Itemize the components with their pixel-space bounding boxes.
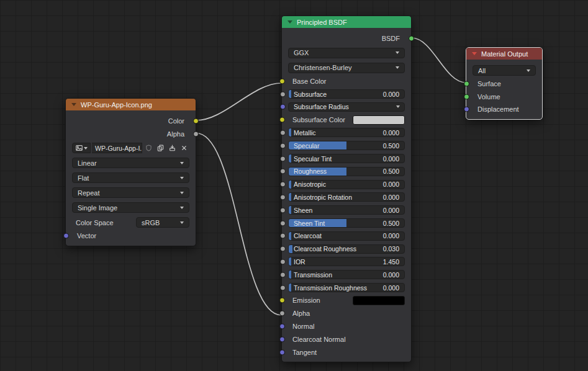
slider-fill bbox=[289, 206, 291, 214]
principled-row-transmission[interactable]: Transmission0.000 bbox=[288, 270, 405, 279]
principled-row-clearcoat-roughness[interactable]: Clearcoat Roughness0.030 bbox=[288, 244, 405, 254]
collapse-arrow-icon[interactable] bbox=[71, 103, 76, 106]
material-output-node[interactable]: Material Output All Surface Volume Displ… bbox=[466, 47, 543, 120]
principled-row-emission[interactable]: Emission bbox=[288, 296, 405, 305]
projection-select[interactable]: Flat bbox=[72, 172, 189, 183]
collapse-arrow-icon[interactable] bbox=[287, 20, 292, 24]
slider-label: Sheen Tint bbox=[294, 220, 325, 227]
normal-input-socket[interactable] bbox=[279, 323, 285, 329]
output-node-header[interactable]: Material Output bbox=[466, 48, 542, 60]
clearcoat-normal-input-socket[interactable] bbox=[279, 336, 285, 342]
slider-value: 0.500 bbox=[383, 220, 399, 227]
principled-row-specular[interactable]: Specular0.500 bbox=[288, 141, 405, 150]
transmission-input-socket[interactable] bbox=[280, 272, 286, 277]
row-label: Subsurface Color bbox=[292, 116, 345, 123]
subsurface-radius-input-socket[interactable] bbox=[280, 104, 286, 110]
bsdf-output-socket[interactable] bbox=[409, 36, 414, 42]
image-browse-button[interactable] bbox=[72, 143, 91, 153]
base-color-input-socket[interactable] bbox=[279, 78, 285, 84]
vector-input-label: Vector bbox=[72, 232, 96, 239]
principled-row-anisotropic-rotation[interactable]: Anisotropic Rotation0.000 bbox=[288, 192, 405, 202]
metallic-input-socket[interactable] bbox=[280, 130, 286, 135]
principled-row-ior[interactable]: IOR1.450 bbox=[288, 257, 405, 266]
displacement-input-socket[interactable] bbox=[464, 107, 469, 112]
slider-label: Anisotropic Rotation bbox=[294, 194, 352, 201]
subsurface-color-input-socket[interactable] bbox=[279, 117, 285, 123]
image-texture-node[interactable]: WP-Guru-App-Icon.png Color Alpha bbox=[65, 98, 196, 246]
distribution-select[interactable]: GGX bbox=[288, 48, 405, 58]
clearcoat-input-socket[interactable] bbox=[280, 233, 286, 239]
target-value: All bbox=[478, 67, 486, 74]
principled-row-normal: Normal bbox=[288, 321, 405, 331]
principled-row-clearcoat[interactable]: Clearcoat0.000 bbox=[288, 231, 405, 241]
slider-value: 0.000 bbox=[383, 155, 399, 163]
collapse-arrow-icon[interactable] bbox=[472, 52, 477, 55]
principled-row-subsurface[interactable]: Subsurface0.000 bbox=[288, 89, 405, 99]
dropdown-label: Subsurface Radius bbox=[294, 103, 349, 110]
subsurface-color-color-swatch[interactable] bbox=[353, 115, 405, 125]
subsurface-method-select[interactable]: Christensen-Burley bbox=[288, 63, 405, 73]
emission-color-swatch[interactable] bbox=[353, 296, 405, 305]
bsdf-output-label: BSDF bbox=[382, 35, 405, 42]
specular-tint-input-socket[interactable] bbox=[280, 156, 286, 161]
principled-row-transmission-roughness[interactable]: Transmission Roughness0.000 bbox=[288, 283, 405, 292]
link-color-to-base-color[interactable] bbox=[196, 83, 281, 120]
slider-label: Subsurface bbox=[294, 91, 327, 98]
displacement-input-label: Displacement bbox=[473, 105, 519, 113]
extension-value: Repeat bbox=[78, 189, 99, 197]
principled-row-sheen-tint[interactable]: Sheen Tint0.500 bbox=[288, 218, 405, 228]
principled-row-metallic[interactable]: Metallic0.000 bbox=[288, 128, 405, 137]
duplicate-image-button[interactable] bbox=[155, 143, 166, 153]
link-alpha-to-alpha[interactable] bbox=[196, 133, 281, 316]
interpolation-select[interactable]: Linear bbox=[72, 158, 189, 168]
image-name-field[interactable]: WP-Guru-App-I... bbox=[92, 143, 142, 153]
source-select[interactable]: Single Image bbox=[72, 202, 189, 213]
close-x-icon bbox=[181, 145, 188, 151]
color-output-socket[interactable] bbox=[193, 118, 199, 124]
link-bsdf-to-surface[interactable] bbox=[412, 38, 466, 83]
transmission-roughness-input-socket[interactable] bbox=[280, 285, 286, 290]
slider-fill bbox=[289, 270, 291, 279]
chevron-down-icon bbox=[180, 221, 184, 224]
color-space-select[interactable]: sRGB bbox=[136, 217, 189, 228]
principled-row-base-color: Base Color bbox=[288, 76, 405, 86]
principled-row-subsurface-radius[interactable]: Subsurface Radius bbox=[288, 102, 405, 112]
subsurface-input-socket[interactable] bbox=[280, 91, 286, 97]
extension-select[interactable]: Repeat bbox=[72, 187, 189, 198]
pack-image-button[interactable] bbox=[167, 143, 178, 153]
fake-user-button[interactable] bbox=[143, 143, 154, 153]
image-node-header[interactable]: WP-Guru-App-Icon.png bbox=[66, 99, 196, 110]
slider-fill bbox=[289, 90, 291, 98]
displacement-input-row: Displacement bbox=[473, 105, 536, 114]
principled-row-subsurface-color[interactable]: Subsurface Color bbox=[288, 115, 405, 125]
alpha-input-socket[interactable] bbox=[279, 311, 285, 316]
alpha-output-socket[interactable] bbox=[193, 131, 199, 136]
vector-input-socket[interactable] bbox=[63, 233, 69, 239]
tangent-input-socket[interactable] bbox=[279, 349, 285, 355]
volume-input-socket[interactable] bbox=[464, 94, 469, 99]
anisotropic-rotation-input-socket[interactable] bbox=[280, 194, 286, 200]
distribution-value: GGX bbox=[294, 49, 309, 56]
principled-row-specular-tint[interactable]: Specular Tint0.000 bbox=[288, 154, 405, 163]
slider-fill bbox=[289, 232, 291, 240]
sheen-input-socket[interactable] bbox=[280, 207, 286, 213]
emission-input-socket[interactable] bbox=[279, 298, 285, 303]
principled-row-anisotropic[interactable]: Anisotropic0.000 bbox=[288, 180, 405, 189]
principled-row-sheen[interactable]: Sheen0.000 bbox=[288, 205, 405, 215]
anisotropic-input-socket[interactable] bbox=[280, 182, 286, 187]
ior-input-socket[interactable] bbox=[280, 259, 286, 264]
node-editor-canvas[interactable]: WP-Guru-App-Icon.png Color Alpha bbox=[0, 0, 588, 371]
specular-input-socket[interactable] bbox=[280, 143, 286, 148]
surface-input-socket[interactable] bbox=[464, 81, 469, 87]
principled-row-roughness[interactable]: Roughness0.500 bbox=[288, 167, 405, 176]
roughness-input-socket[interactable] bbox=[280, 169, 286, 174]
unlink-image-button[interactable] bbox=[179, 143, 189, 153]
clearcoat-roughness-input-socket[interactable] bbox=[280, 246, 286, 252]
chevron-down-icon bbox=[396, 51, 399, 54]
target-select[interactable]: All bbox=[473, 65, 536, 76]
principled-node-header[interactable]: Principled BSDF bbox=[282, 16, 411, 28]
principled-bsdf-node[interactable]: Principled BSDF BSDF GGX Christensen-Bur… bbox=[281, 16, 412, 362]
slider-label: Specular Tint bbox=[294, 155, 332, 163]
slider-value: 0.500 bbox=[383, 168, 399, 175]
sheen-tint-input-socket[interactable] bbox=[280, 220, 286, 226]
